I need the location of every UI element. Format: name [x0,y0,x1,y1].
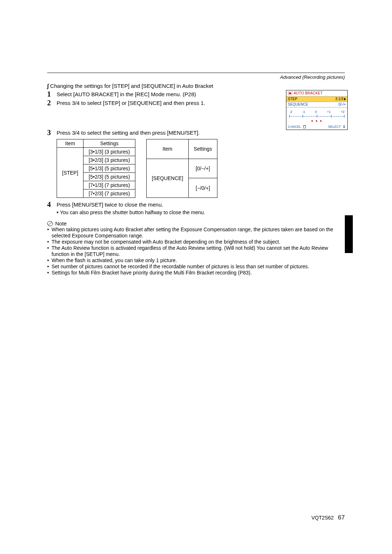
step-number: 4 [47,201,57,208]
diagram-select-label: SELECT [328,125,341,129]
diagram-step-label: STEP [288,97,297,101]
svg-marker-7 [343,127,345,128]
arrow-right-icon [344,98,346,101]
svg-marker-6 [343,125,345,126]
step-table: Item Settings [STEP] [3•1/3] (3 pictures… [57,139,135,198]
trash-icon [303,125,306,129]
step-text: Press 3/4 to select [STEP] or [SEQUENCE]… [57,99,240,106]
page-number: 67 [338,514,345,521]
sequence-table: Item Settings [SEQUENCE] [0/−/+] [−/0/+] [146,139,217,198]
bullet-icon: • [57,209,58,215]
table-cell: [−/0/+] [188,178,217,198]
note-item: Set number of pictures cannot be recorde… [52,264,345,270]
table-cell: [3•2/3] (3 pictures) [83,156,135,164]
diagram-seq-value: 0/-/+ [339,102,346,107]
camera-screen-diagram: AUTO BRACKET STEP 3·1/3 SEQUENCE 0/-/+ -… [286,90,348,130]
note-item: The exposure may not be compensated with… [52,239,345,245]
subheading-text: Changing the settings for [STEP] and [SE… [50,83,213,89]
table-item: [STEP] [57,148,83,198]
table-cell: [3•1/3] (3 pictures) [83,148,135,156]
step-text: Press [MENU/SET] twice to close the menu… [57,201,345,208]
bracket-icon [288,91,292,95]
updown-icon [342,125,346,129]
doc-code: VQT2S62 [311,515,334,521]
diagram-seq-label: SEQUENCE [288,102,308,107]
note-item: When the flash is activated, you can tak… [52,257,345,264]
table-header-item: Item [57,139,83,148]
diagram-cancel-label: CANCEL [288,125,301,129]
notes-list: •When taking pictures using Auto Bracket… [47,227,345,276]
diagram-step-value: 3·1/3 [335,97,343,101]
step-number: 1 [47,90,57,98]
svg-rect-4 [303,126,306,128]
step-number: 3 [47,129,57,136]
table-header-item: Item [147,139,188,159]
note-item: When taking pictures using Auto Bracket … [52,227,345,239]
table-cell: [7•2/3] (7 pictures) [83,190,135,198]
svg-rect-3 [289,93,291,94]
note-icon [47,221,53,227]
section-tab-marker [345,215,353,253]
diagram-title: AUTO BRACKET [294,91,323,95]
note-item: Settings for Multi Film Bracket have pri… [52,270,345,276]
subheading: ∫Changing the settings for [STEP] and [S… [47,83,345,89]
diagram-scale: -2 -1 0 +1 +2 ● ● ● [286,107,347,124]
step-text: Press 3/4 to select the setting and then… [57,129,345,136]
diagram-dots: ● ● ● [289,119,345,123]
note-label: Note [55,220,67,227]
subheading-marker: ∫ [47,83,49,89]
table-cell: [7•1/3] (7 pictures) [83,181,135,190]
table-cell: [0/−/+] [188,159,217,178]
page-footer: VQT2S62 67 [311,514,345,521]
table-cell: [5•2/3] (5 pictures) [83,173,135,181]
table-header-settings: Settings [188,139,217,159]
step-text: Select [AUTO BRACKET] in the [REC] Mode … [57,90,240,98]
svg-line-1 [48,222,52,225]
section-header: Advanced (Recording pictures) [47,74,345,80]
table-item: [SEQUENCE] [147,159,188,197]
step-number: 2 [47,99,57,106]
step-subtext: •You can also press the shutter button h… [57,209,345,215]
table-header-settings: Settings [83,139,135,148]
table-cell: [5•1/3] (5 pictures) [83,164,135,173]
note-item: The Auto Review function is activated re… [52,245,345,257]
